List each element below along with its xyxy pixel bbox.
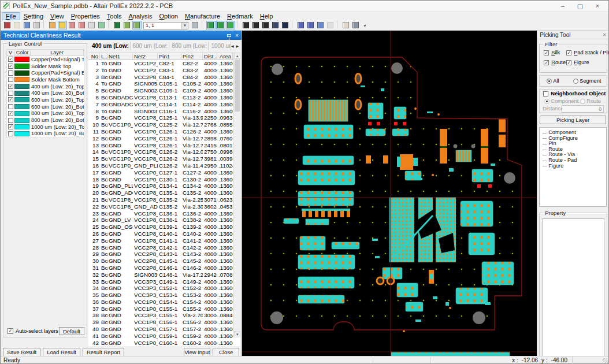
tab-400-um-low-20[interactable]: 400 um (Low: 20) xyxy=(90,42,131,50)
neighborhood-checkbox[interactable] xyxy=(543,91,548,96)
layer-visible-checkbox[interactable]: ✓ xyxy=(8,124,13,129)
table-row[interactable]: 16BoVCC1P0_HIGND_PLLC126-2Via-11.400_295… xyxy=(88,162,240,169)
table-row[interactable]: 41BoGNDVCC1P0_CIC159-1C159-240000.13600 xyxy=(88,333,240,340)
layer-row[interactable]: ✓600 um (Low: 20)_Top xyxy=(7,96,84,103)
silk-checkbox[interactable]: ✓ xyxy=(544,50,549,55)
layer-row[interactable]: ✓Copper(Pad+Signal) Top xyxy=(7,56,84,63)
sync-view-icon[interactable] xyxy=(306,21,315,29)
layer-visible-checkbox[interactable]: ✓ xyxy=(8,97,13,102)
menu-help[interactable]: Help xyxy=(257,12,277,20)
layer-color-swatch[interactable] xyxy=(14,131,29,136)
table-row[interactable]: 7BoGNDADCVCC1P8_AIC114-1C114-240000.1360… xyxy=(88,101,240,108)
route-checkbox[interactable]: ✓ xyxy=(544,60,549,65)
layer-row[interactable]: ✓800 um (Low: 20)_Top xyxy=(7,110,84,117)
layer-visible-checkbox[interactable]: ✓ xyxy=(8,64,13,69)
table-row[interactable]: 22BoVCC1P8_AIGND_ADCC135-2Via-2.300_3602… xyxy=(88,203,240,210)
column-visible[interactable]: V xyxy=(7,50,14,55)
table-row[interactable]: 32BoGNDSIGN00392C148-1Via-17.250_29426.0… xyxy=(88,272,240,278)
layer-visible-checkbox[interactable]: ✓ xyxy=(8,57,13,62)
table-row[interactable]: 33BoGNDVCC3P3_U:C149-1C149-240000.13600 xyxy=(88,278,240,285)
tab-800-um-low-20[interactable]: 800 um (Low: 20) xyxy=(169,42,209,50)
menu-properties[interactable]: Properties xyxy=(68,12,103,20)
minimize-icon[interactable]: – xyxy=(554,1,571,11)
view-top-icon[interactable] xyxy=(206,21,216,29)
tab-scroll-right-icon[interactable]: ▶ xyxy=(236,44,239,48)
table-row[interactable]: 39BoGNDVCC1P8_AIC156-1C156-240000.13600 xyxy=(88,319,240,326)
layer-color-swatch[interactable] xyxy=(14,84,29,89)
layer-row[interactable]: ✓Solder Mask Top xyxy=(7,63,84,70)
layer-color-swatch[interactable] xyxy=(14,91,29,96)
board-both-icon[interactable] xyxy=(261,21,270,29)
tree-item-figure[interactable]: Figure xyxy=(540,164,606,169)
column-pin2[interactable]: Pin2 xyxy=(181,53,203,60)
menu-file[interactable]: File xyxy=(2,12,20,20)
load-result-button[interactable]: Load Result xyxy=(43,348,80,356)
layer-row[interactable]: 400 um (Low: 20)_Bottom xyxy=(7,90,84,96)
column-net1[interactable]: Net1 xyxy=(107,53,133,60)
layer-visible-checkbox[interactable] xyxy=(8,70,13,76)
board-top-icon[interactable] xyxy=(242,21,251,29)
layer-color-swatch[interactable] xyxy=(14,118,29,123)
panel-titlebar[interactable]: Technical Cleanliness Result × xyxy=(1,31,242,40)
board-bottom-icon[interactable] xyxy=(251,21,261,29)
table-row[interactable]: 11BoGNDVCC1P0_HIC126-1C126-240000.13600 xyxy=(88,128,240,135)
table-row[interactable]: 21BoVCC1P8_AIVCC1P8_R'C135-2Via-2.250_30… xyxy=(88,196,240,203)
table-row[interactable]: 29BoGNDVCC2P8_VIC143-1C143-240000.13600 xyxy=(88,251,240,258)
auto-select-checkbox[interactable]: ✓ xyxy=(8,328,13,334)
layer-color-swatch[interactable] xyxy=(14,70,29,76)
zoom-in-icon[interactable] xyxy=(68,21,77,29)
picking-tool-titlebar[interactable]: Picking Tool × xyxy=(537,31,608,39)
menubar[interactable]: FileSettingViewPropertiesToolsAnalysisOp… xyxy=(1,12,608,21)
layer-row[interactable]: Solder Mask Bottom xyxy=(7,76,84,83)
panel-close-icon[interactable]: × xyxy=(235,32,239,38)
scrollbar-thumb[interactable] xyxy=(235,60,240,112)
table-row[interactable]: 31BoGNDVCC2P8_VIC146-1C146-240000.13600 xyxy=(88,265,240,272)
menu-tools[interactable]: Tools xyxy=(103,12,125,20)
table-row[interactable]: 19BoGND_PLLVCC1P8_PIC134-1C134-240000.13… xyxy=(88,183,240,190)
picking-layer-button[interactable]: Picking Layer xyxy=(540,116,606,124)
tab-600-um-low-20[interactable]: 600 um (Low: 20) xyxy=(131,42,170,50)
layer-visible-checkbox[interactable] xyxy=(8,131,13,136)
segment-radio[interactable] xyxy=(573,79,578,84)
table-row[interactable]: 9BoGNDVCC1P8_U:C125-1Via-13.950_22500.09… xyxy=(88,114,240,121)
column-area[interactable]: Area xyxy=(217,53,233,60)
menu-redmark[interactable]: Redmark xyxy=(224,12,257,20)
table-row[interactable]: 13BoGNDVCC1P8_U:C126-1Via-12.700_24158.0… xyxy=(88,142,240,149)
view-bottom-icon[interactable] xyxy=(216,21,225,29)
component-radio[interactable] xyxy=(544,99,549,104)
toolbar-overflow-icon[interactable]: ▼ xyxy=(363,24,367,28)
table-row[interactable]: 28BoGNDVCC2P8_VIC142-1C142-240000.13600 xyxy=(88,244,240,251)
picking-tool-close-icon[interactable]: × xyxy=(603,32,606,38)
schematic-icon[interactable] xyxy=(296,21,306,29)
layer-row[interactable]: Copper(Pad+Signal) Bottom xyxy=(7,69,84,76)
picking-tree[interactable]: ComponentCompFigurePinRouteRoute - ViaRo… xyxy=(539,127,607,207)
table-row[interactable]: 35BoGNDVCC3P3_AIC153-1C153-240000.13600 xyxy=(88,292,240,299)
table-row[interactable]: 27BoGNDVCC1P8_U:C141-1C141-240000.13600 xyxy=(88,237,240,244)
maximize-icon[interactable]: ▢ xyxy=(571,1,589,11)
column-l[interactable]: L.. xyxy=(100,53,107,60)
print-icon[interactable] xyxy=(32,21,42,29)
scroll-down-icon[interactable]: ▼ xyxy=(234,331,240,337)
layer-row[interactable]: 600 um (Low: 20)_Bottom xyxy=(7,103,84,110)
display-pair-icon[interactable] xyxy=(132,21,142,29)
resize-grip[interactable] xyxy=(572,356,608,364)
pcb-canvas[interactable] xyxy=(242,31,537,357)
table-row[interactable]: 26BoGNDVCC1P8_U:C140-1C140-240000.13600 xyxy=(88,231,240,237)
column-layer[interactable]: Layer xyxy=(31,50,84,55)
table-row[interactable]: 4ToGNDSIGN0053:C105-1C105-240000.13600 xyxy=(88,80,240,87)
table-row[interactable]: 10BoVCC1P0_HIVCC1P8_U:C125-2Via-12.700_2… xyxy=(88,121,240,128)
measure-icon[interactable] xyxy=(48,21,57,29)
select-icon[interactable] xyxy=(58,21,67,29)
menu-view[interactable]: View xyxy=(47,12,68,20)
pad-stack-checkbox[interactable]: ✓ xyxy=(566,50,571,55)
bird-eye-icon[interactable] xyxy=(191,21,200,29)
route-radio[interactable] xyxy=(580,99,585,104)
highlight-icon[interactable] xyxy=(341,21,351,29)
column-net2[interactable]: Net2 xyxy=(133,53,158,60)
table-row[interactable]: 14BoVCC1P0_HIVCC1P8_PIC126-2Via-12.000_2… xyxy=(88,148,240,155)
layer-color-swatch[interactable] xyxy=(14,124,29,129)
table-row[interactable]: 38BoGNDVCC3P3_S'C155-1Via-2.700_30004.08… xyxy=(88,312,240,319)
zoom-previous-icon[interactable] xyxy=(77,21,87,29)
result-report-button[interactable]: Result Report xyxy=(83,348,124,356)
close-icon[interactable]: × xyxy=(589,1,606,11)
